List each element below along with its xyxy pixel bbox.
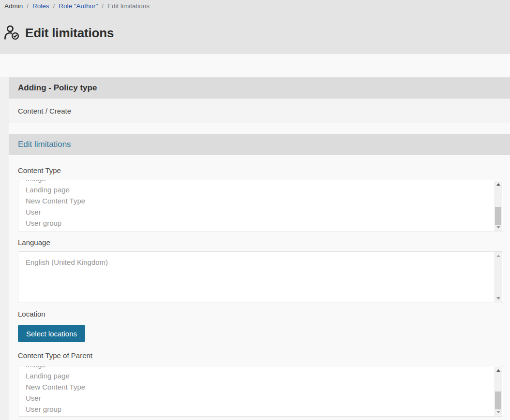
breadcrumb-admin[interactable]: Admin xyxy=(4,2,23,10)
page-header: Admin / Roles / Role "Author" / Edit lim… xyxy=(0,0,510,54)
breadcrumb-role-author[interactable]: Role "Author" xyxy=(59,2,98,10)
scrollbar[interactable] xyxy=(494,367,502,416)
option-item[interactable]: User xyxy=(18,392,503,404)
option-item[interactable]: User group xyxy=(18,404,503,415)
select-locations-button[interactable]: Select locations xyxy=(18,325,85,342)
option-item[interactable]: Landing page xyxy=(18,370,503,381)
breadcrumb: Admin / Roles / Role "Author" / Edit lim… xyxy=(4,2,150,10)
location-label: Location xyxy=(18,310,45,318)
content-type-of-parent-label: Content Type of Parent xyxy=(18,351,92,360)
breadcrumb-roles[interactable]: Roles xyxy=(32,2,49,10)
edit-limitations-section-header: Edit limitations xyxy=(9,134,510,155)
breadcrumb-separator: / xyxy=(53,2,55,10)
breadcrumb-current: Edit limitations xyxy=(107,2,150,10)
language-label: Language xyxy=(18,238,50,246)
option-item[interactable]: Image xyxy=(18,180,503,184)
left-gutter xyxy=(0,77,9,420)
content-type-of-parent-multiselect[interactable]: Image Landing page New Content Type User… xyxy=(18,366,503,417)
content-type-multiselect[interactable]: Image Landing page New Content Type User… xyxy=(18,180,503,232)
scroll-up-button[interactable] xyxy=(494,252,502,260)
policy-type-section-header: Adding - Policy type xyxy=(9,77,510,99)
content-type-of-parent-options: Image Landing page New Content Type User… xyxy=(18,366,503,415)
scroll-up-button[interactable] xyxy=(494,367,502,374)
policy-type-value: Content / Create xyxy=(9,99,510,123)
scrollbar-thumb[interactable] xyxy=(495,391,501,409)
option-item[interactable]: New Content Type xyxy=(18,381,503,392)
option-item[interactable]: User xyxy=(18,206,503,217)
option-item[interactable]: Image xyxy=(18,366,503,370)
language-options: English (United Kingdom) xyxy=(18,252,503,268)
option-item[interactable]: User group xyxy=(18,217,503,229)
scroll-down-button[interactable] xyxy=(494,224,502,231)
option-item[interactable]: Landing page xyxy=(18,184,503,195)
content-type-options: Image Landing page New Content Type User… xyxy=(18,180,503,229)
page-title: Edit limitations xyxy=(25,26,114,41)
breadcrumb-separator: / xyxy=(27,2,29,10)
language-multiselect[interactable]: English (United Kingdom) xyxy=(18,251,503,303)
content-type-label: Content Type xyxy=(18,166,61,174)
scrollbar-thumb[interactable] xyxy=(495,207,501,225)
option-item[interactable]: English (United Kingdom) xyxy=(18,257,503,268)
option-item[interactable]: New Content Type xyxy=(18,195,503,206)
scrollbar[interactable] xyxy=(494,181,502,231)
scrollbar[interactable] xyxy=(494,252,502,302)
scroll-down-button[interactable] xyxy=(494,295,502,302)
breadcrumb-separator: / xyxy=(102,2,104,10)
user-checked-icon xyxy=(3,24,21,42)
scroll-down-button[interactable] xyxy=(494,408,502,416)
scroll-up-button[interactable] xyxy=(494,181,502,188)
main-content: Adding - Policy type Content / Create Ed… xyxy=(0,54,510,420)
